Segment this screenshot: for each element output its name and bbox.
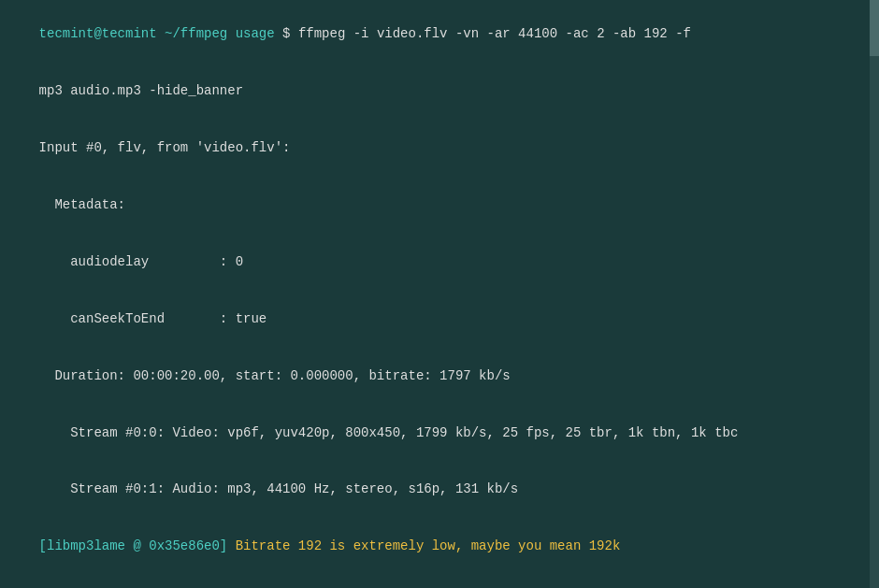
line-2: mp3 audio.mp3 -hide_banner xyxy=(7,63,872,120)
line-6: canSeekToEnd : true xyxy=(7,290,872,347)
warning-message: Bitrate 192 is extremely low, maybe you … xyxy=(227,538,620,553)
line-11-error: The bitrate parameter is set too low. It… xyxy=(7,575,872,588)
scrollbar-thumb[interactable] xyxy=(870,0,879,56)
prompt-user-host: tecmint@tecmint ~/ffmpeg usage xyxy=(39,26,275,41)
prompt-dollar: $ xyxy=(275,26,298,41)
line-4: Metadata: xyxy=(7,177,872,234)
line-8: Stream #0:0: Video: vp6f, yuv420p, 800x4… xyxy=(7,404,872,461)
scrollbar[interactable] xyxy=(870,0,879,588)
terminal-window[interactable]: tecmint@tecmint ~/ffmpeg usage $ ffmpeg … xyxy=(0,0,879,588)
line-5: audiodelay : 0 xyxy=(7,234,872,291)
line-10-warning: [libmp3lame @ 0x35e86e0] Bitrate 192 is … xyxy=(7,518,872,575)
line-9: Stream #0:1: Audio: mp3, 44100 Hz, stere… xyxy=(7,461,872,518)
line-3: Input #0, flv, from 'video.flv': xyxy=(7,120,872,177)
warning-bracket: [libmp3lame @ 0x35e86e0] xyxy=(39,538,228,553)
command-text: ffmpeg -i video.flv -vn -ar 44100 -ac 2 … xyxy=(298,26,691,41)
line-7: Duration: 00:00:20.00, start: 0.000000, … xyxy=(7,347,872,404)
line-1: tecmint@tecmint ~/ffmpeg usage $ ffmpeg … xyxy=(7,6,872,63)
